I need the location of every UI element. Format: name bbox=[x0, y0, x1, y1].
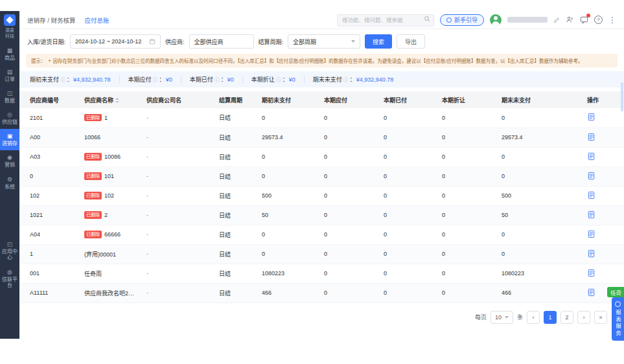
search-icon[interactable] bbox=[424, 16, 431, 23]
deleted-badge: 已删除 bbox=[84, 192, 102, 199]
contacts-icon[interactable] bbox=[566, 16, 574, 24]
cell-company: - bbox=[141, 108, 214, 128]
column-header: 本期折让 bbox=[437, 91, 496, 108]
bill-detail-icon[interactable] bbox=[587, 230, 595, 238]
cell-company: - bbox=[141, 147, 214, 166]
floating-tag[interactable]: 任奇 bbox=[607, 287, 624, 297]
bill-detail-icon[interactable] bbox=[587, 288, 595, 297]
bill-detail-icon[interactable] bbox=[587, 133, 595, 141]
sidebar-item[interactable]: ◫ 数据 bbox=[0, 86, 19, 108]
cell-supplier-code: A00 bbox=[19, 128, 79, 147]
cell-cycle: 日结 bbox=[214, 108, 257, 128]
cell-supplier-code: 1 bbox=[19, 244, 79, 264]
cell-cycle: 日结 bbox=[214, 244, 257, 264]
cell-period-discount: 0 bbox=[437, 205, 496, 225]
info-icon[interactable]: ⓘ bbox=[276, 76, 281, 83]
bill-detail-icon[interactable] bbox=[587, 249, 595, 258]
sidebar-item[interactable]: ◉ 营销 bbox=[0, 150, 19, 172]
bill-detail-icon[interactable] bbox=[587, 172, 595, 180]
cell-supplier-code: 2101 bbox=[19, 108, 79, 128]
info-icon[interactable]: ⓘ bbox=[153, 76, 158, 83]
service-tab[interactable]: 报表服务 bbox=[612, 297, 624, 341]
export-button[interactable]: 导出 bbox=[397, 34, 425, 49]
cycle-label: 结算周期: bbox=[259, 38, 284, 46]
cell-opening-unpaid: 29573.4 bbox=[257, 128, 319, 147]
cell-period-payable: 0 bbox=[319, 244, 378, 264]
search-button[interactable]: 搜索 bbox=[365, 34, 392, 49]
info-icon[interactable]: ⓘ bbox=[343, 76, 349, 83]
cell-period-discount: 0 bbox=[437, 108, 496, 128]
cycle-select[interactable]: 全部周期 bbox=[288, 34, 360, 49]
service-icon bbox=[615, 301, 621, 307]
message-icon[interactable] bbox=[580, 16, 588, 24]
next-page-button[interactable]: › bbox=[577, 311, 590, 324]
cell-company: - bbox=[141, 166, 214, 186]
cell-actions bbox=[568, 186, 624, 205]
active-page-tab[interactable]: 应付总账 bbox=[84, 16, 109, 25]
page-number-button[interactable]: 2 bbox=[560, 311, 573, 324]
sidebar-item[interactable]: ▦ 商品 bbox=[0, 43, 19, 65]
date-range-input[interactable]: 2024-10-12 ~ 2024-10-12 bbox=[70, 34, 161, 49]
scrollbar-thumb[interactable] bbox=[621, 82, 623, 111]
bill-detail-icon[interactable] bbox=[587, 113, 595, 121]
sidebar-item[interactable]: ◍ 信联平台 bbox=[0, 265, 19, 292]
sidebar-item[interactable]: ⚙ 系统 bbox=[0, 172, 19, 194]
column-header: 本期应付 bbox=[319, 91, 378, 108]
jump-forward-button[interactable]: » bbox=[594, 311, 607, 324]
prev-page-button[interactable]: ‹ bbox=[527, 311, 540, 324]
bill-detail-icon[interactable] bbox=[587, 152, 595, 161]
cell-period-paid: 0 bbox=[378, 147, 437, 166]
bullet-dot bbox=[49, 60, 51, 62]
help-icon[interactable]: ? bbox=[594, 16, 603, 24]
cell-supplier-name: (弃用)00001 bbox=[79, 244, 141, 264]
sidebar-item[interactable]: ◰ 应用中心 bbox=[0, 237, 19, 264]
column-header: 操作 bbox=[568, 91, 624, 108]
page-number-button[interactable]: 1 bbox=[544, 311, 557, 324]
breadcrumb[interactable]: 进销存 / 财务核算 bbox=[27, 16, 75, 25]
bill-detail-icon[interactable] bbox=[587, 210, 595, 219]
more-icon[interactable]: ⋮ bbox=[608, 16, 616, 24]
deleted-badge: 已删除 bbox=[84, 211, 102, 218]
cell-closing-unpaid: 500 bbox=[496, 186, 568, 205]
app-logo[interactable]: 源泉科技 bbox=[3, 14, 16, 43]
cell-period-payable: 0 bbox=[319, 147, 378, 166]
logo-icon bbox=[4, 14, 16, 26]
per-page-select[interactable]: 10 bbox=[491, 311, 513, 324]
logo-text: 源泉科技 bbox=[3, 28, 16, 40]
table-body: 2101 已删除1 - 日结 0 0 0 0 0 A00 10066 - 日结 … bbox=[19, 108, 624, 302]
supplier-input[interactable]: 全部供应商 bbox=[189, 34, 254, 49]
cell-period-paid: 0 bbox=[378, 108, 437, 128]
sort-icon[interactable] bbox=[115, 98, 119, 103]
sidebar: 源泉科技 ▦ 商品 ▤ 订单 ◫ 数据 ◎ 供应链 ▣ 进销存 ◉ 营销 ⚙ 系… bbox=[0, 11, 19, 339]
table-row: 1 (弃用)00001 - 日结 0 0 0 0 0 bbox=[19, 244, 624, 264]
cell-supplier-name: 已删除101 bbox=[79, 166, 141, 186]
cell-supplier-name: 已删除1 bbox=[79, 108, 141, 128]
avatar[interactable] bbox=[490, 14, 502, 26]
cell-period-discount: 0 bbox=[437, 225, 496, 244]
deleted-badge: 已删除 bbox=[84, 172, 102, 179]
sidebar-item[interactable]: ▤ 订单 bbox=[0, 65, 19, 86]
cell-opening-unpaid: 0 bbox=[257, 225, 319, 244]
app-center-icon: ◰ bbox=[7, 241, 13, 247]
info-icon[interactable]: ⓘ bbox=[214, 76, 220, 83]
sidebar-bottom-nav: ◰ 应用中心 ◍ 信联平台 bbox=[0, 237, 19, 292]
cycle-value: 全部周期 bbox=[293, 38, 316, 46]
table-row: A03 已删除10086 - 日结 0 0 0 0 0 bbox=[19, 147, 624, 166]
marketing-icon: ◉ bbox=[7, 154, 12, 161]
guide-button[interactable]: 新手引导 bbox=[440, 14, 484, 26]
table-wrap: 供应商编号供应商名称供应商公司名结算周期期初未支付本期应付本期已付本期折让期末未… bbox=[19, 91, 624, 303]
platform-icon: ◍ bbox=[7, 269, 12, 275]
sidebar-item[interactable]: ◎ 供应链 bbox=[0, 108, 19, 129]
deleted-badge: 已删除 bbox=[84, 231, 102, 238]
per-page-value: 10 bbox=[495, 314, 502, 321]
bill-detail-icon[interactable] bbox=[587, 269, 595, 277]
sidebar-item[interactable]: ▣ 进销存 bbox=[0, 129, 19, 150]
bill-detail-icon[interactable] bbox=[587, 191, 595, 199]
info-icon[interactable]: ⓘ bbox=[60, 76, 65, 83]
pagination: 每页 10 条 ‹ 12 › » bbox=[19, 303, 624, 324]
search-input[interactable] bbox=[337, 14, 434, 27]
edit-icon[interactable] bbox=[553, 17, 560, 23]
cell-period-paid: 0 bbox=[378, 283, 437, 302]
cell-supplier-code: A11111 bbox=[19, 283, 79, 302]
date-range-value: 2024-10-12 ~ 2024-10-12 bbox=[75, 38, 141, 45]
